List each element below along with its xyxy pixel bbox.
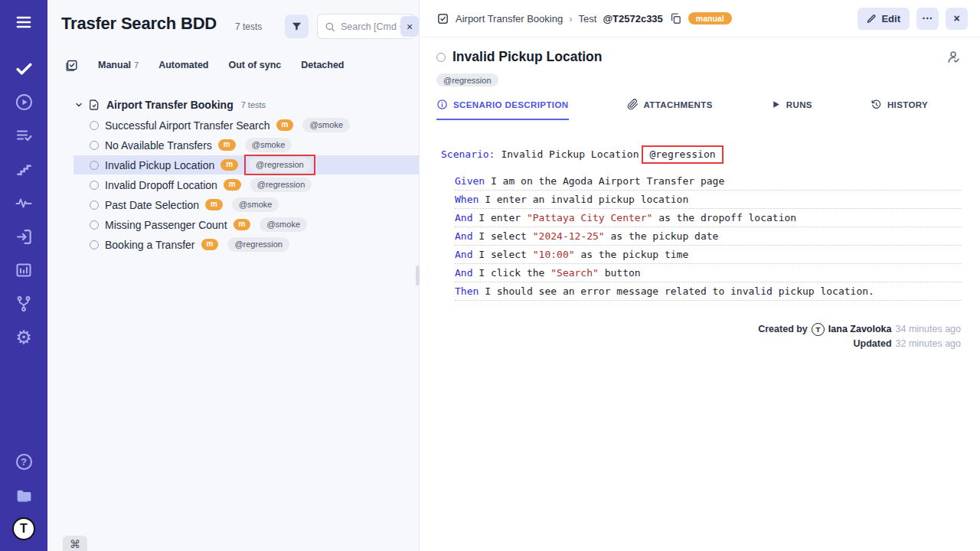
gherkin-step[interactable]: And I select "10:00" as the pickup time xyxy=(455,246,962,264)
copy-icon[interactable] xyxy=(669,12,682,25)
manual-m-badge: m xyxy=(218,139,236,151)
test-row[interactable]: Past Date Selectionm@smoke xyxy=(74,195,419,214)
test-status-circle-icon xyxy=(90,201,99,210)
detail-tabs: SCENARIO DESCRIPTION ATTACHMENTS RUNS HI… xyxy=(420,99,980,120)
tag-pill[interactable]: @regression xyxy=(250,178,312,191)
manual-m-badge: m xyxy=(220,159,238,171)
suite-label: Airport Transfer Booking xyxy=(106,99,234,111)
filter-button[interactable] xyxy=(285,15,309,38)
step-string-value: "10:00" xyxy=(533,249,575,260)
logo-letter: T xyxy=(12,517,35,540)
gherkin-step[interactable]: And I click the "Search" button xyxy=(455,264,962,282)
created-by-label: Created by xyxy=(758,322,808,337)
app-logo[interactable]: T xyxy=(11,517,37,540)
menu-icon[interactable] xyxy=(11,11,37,34)
tab-manual[interactable]: Manual 7 xyxy=(98,60,139,70)
title-block: Invalid Pickup Location @regression xyxy=(420,37,980,86)
steps-stairs-icon[interactable] xyxy=(11,158,37,181)
reports-bar-chart-icon[interactable] xyxy=(11,259,37,282)
tests-check-icon[interactable] xyxy=(11,57,37,80)
projects-folder-icon[interactable] xyxy=(11,484,37,507)
author-name[interactable]: Iana Zavoloka xyxy=(828,322,892,337)
test-row[interactable]: Invalid Pickup Locationm@regression xyxy=(74,155,419,174)
test-status-circle-icon xyxy=(436,53,446,62)
branch-icon[interactable] xyxy=(11,292,37,315)
detail-header: Airport Transfer Booking › Test @T2572c3… xyxy=(420,0,980,37)
tag-annotation-box: @regression xyxy=(244,155,315,174)
suite-row[interactable]: Airport Transfer Booking 7 tests xyxy=(47,95,419,115)
more-button[interactable]: ··· xyxy=(916,8,939,30)
test-plans-list-check-icon[interactable] xyxy=(11,124,37,147)
test-row[interactable]: No Available Transfersm@smoke xyxy=(74,135,419,155)
gherkin-step[interactable]: And I select "2024-12-25" as the pickup … xyxy=(455,227,962,246)
import-icon[interactable] xyxy=(11,225,37,248)
manual-m-badge: m xyxy=(205,199,223,210)
tab-runs[interactable]: RUNS xyxy=(771,99,812,120)
tab-out-of-sync[interactable]: Out of sync xyxy=(228,60,281,70)
search-input[interactable] xyxy=(341,21,410,32)
step-keyword: And xyxy=(455,212,479,223)
author-avatar[interactable]: T xyxy=(812,323,825,336)
test-detail-panel: Airport Transfer Booking › Test @T2572c3… xyxy=(420,0,980,551)
help-icon[interactable]: ? xyxy=(11,450,37,473)
close-detail-button[interactable]: × xyxy=(946,8,968,30)
breadcrumb: Airport Transfer Booking › Test @T2572c3… xyxy=(436,12,732,25)
test-status-circle-icon xyxy=(90,220,99,230)
edit-button[interactable]: Edit xyxy=(858,8,910,30)
updated-time: 32 minutes ago xyxy=(896,337,961,351)
test-tree: Airport Transfer Booking 7 tests Success… xyxy=(47,95,419,254)
question-mark: ? xyxy=(16,454,32,470)
select-all-icon[interactable] xyxy=(65,59,78,72)
runs-play-circle-icon[interactable] xyxy=(11,90,37,113)
test-row[interactable]: Invalid Dropoff Locationm@regression xyxy=(74,175,419,194)
cmd-key-badge[interactable]: ⌘ xyxy=(63,536,87,551)
test-label: Missing Passenger Count xyxy=(105,219,227,231)
list-header: Trasfer Search BDD 7 tests × xyxy=(47,0,419,52)
settings-gear-icon[interactable]: ⚙ xyxy=(11,326,37,349)
scenario-title: Invalid Pickup Location xyxy=(501,148,639,160)
gherkin-step[interactable]: Then I should see an error message relat… xyxy=(455,282,962,301)
search-close-button[interactable]: × xyxy=(400,16,419,37)
tab-scenario-description[interactable]: SCENARIO DESCRIPTION xyxy=(436,99,569,120)
panel-scrollbar[interactable] xyxy=(416,266,420,285)
breadcrumb-suite[interactable]: Airport Transfer Booking xyxy=(456,13,563,24)
test-label: Invalid Pickup Location xyxy=(105,159,214,171)
suite-count: 7 tests xyxy=(241,100,266,109)
gherkin-step[interactable]: And I enter "Pattaya City Center" as the… xyxy=(455,209,962,227)
pulse-activity-icon[interactable] xyxy=(11,191,37,214)
test-id[interactable]: @T2572c335 xyxy=(603,13,662,24)
step-keyword: And xyxy=(455,249,479,260)
test-label: Booking a Transfer xyxy=(105,239,195,251)
tag-pill[interactable]: @regression xyxy=(249,158,311,171)
chevron-down-icon[interactable] xyxy=(74,100,83,109)
created-time: 34 minutes ago xyxy=(896,322,961,337)
manual-m-badge: m xyxy=(234,219,251,230)
gherkin-step[interactable]: When I enter an invalid pickup location xyxy=(455,191,962,209)
tab-history[interactable]: HISTORY xyxy=(871,99,928,120)
test-status-circle-icon xyxy=(90,240,99,249)
tag-pill[interactable]: @smoke xyxy=(260,217,307,231)
step-string-value: "2024-12-25" xyxy=(533,230,605,242)
step-text: I enter an invalid pickup location xyxy=(485,194,688,205)
tag-pill[interactable]: @regression xyxy=(436,73,498,86)
tab-detached[interactable]: Detached xyxy=(301,60,344,70)
step-keyword: Then xyxy=(455,285,485,297)
tag-pill[interactable]: @regression xyxy=(227,237,289,251)
gherkin-step[interactable]: Given I am on the Agoda Airport Transfer… xyxy=(455,172,962,191)
tab-automated[interactable]: Automated xyxy=(158,60,208,70)
tag-pill[interactable]: @smoke xyxy=(245,138,292,152)
play-icon xyxy=(771,99,781,109)
tab-attachments[interactable]: ATTACHMENTS xyxy=(627,99,713,120)
test-row[interactable]: Booking a Transferm@regression xyxy=(74,235,419,254)
tag-pill[interactable]: @smoke xyxy=(232,197,279,211)
test-row[interactable]: Missing Passenger Countm@smoke xyxy=(74,215,419,234)
step-text: I select xyxy=(479,249,532,260)
assignee-person-check-icon[interactable] xyxy=(946,49,962,65)
detail-actions: Edit ··· × xyxy=(858,8,968,30)
tag-pill[interactable]: @smoke xyxy=(302,118,350,132)
manual-m-badge: m xyxy=(276,119,294,131)
test-label: No Available Transfers xyxy=(105,139,212,152)
filter-funnel-icon xyxy=(291,21,302,32)
test-label: Invalid Dropoff Location xyxy=(105,179,217,191)
test-row[interactable]: Successful Airport Transfer Searchm@smok… xyxy=(74,116,419,135)
